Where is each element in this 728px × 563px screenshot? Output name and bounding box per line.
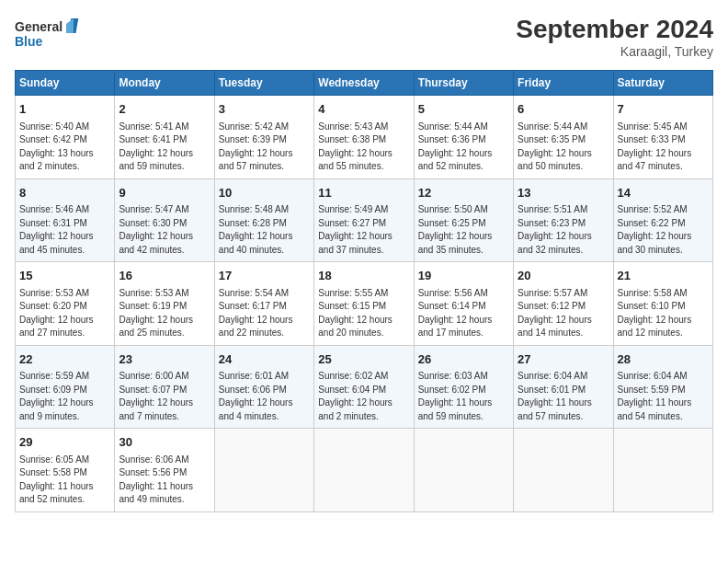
logo: General Blue	[15, 15, 79, 52]
day-info: Sunrise: 6:03 AMSunset: 6:02 PMDaylight:…	[418, 370, 509, 423]
day-cell: 14Sunrise: 5:52 AMSunset: 6:22 PMDayligh…	[613, 178, 712, 262]
day-number: 11	[318, 184, 409, 202]
weekday-header-saturday: Saturday	[613, 71, 712, 96]
day-number: 16	[119, 267, 210, 285]
page-header: General Blue September 2024 Karaagil, Tu…	[15, 15, 713, 59]
day-info: Sunrise: 5:48 AMSunset: 6:28 PMDaylight:…	[219, 203, 310, 257]
day-cell: 5Sunrise: 5:44 AMSunset: 6:36 PMDaylight…	[414, 96, 513, 179]
day-number: 13	[518, 184, 609, 202]
day-cell: 4Sunrise: 5:43 AMSunset: 6:38 PMDaylight…	[314, 96, 414, 179]
day-number: 8	[19, 184, 110, 202]
day-info: Sunrise: 5:51 AMSunset: 6:23 PMDaylight:…	[518, 203, 609, 257]
day-info: Sunrise: 5:58 AMSunset: 6:10 PMDaylight:…	[618, 287, 709, 340]
day-cell: 27Sunrise: 6:04 AMSunset: 6:01 PMDayligh…	[514, 345, 613, 429]
day-info: Sunrise: 5:53 AMSunset: 6:20 PMDaylight:…	[19, 287, 110, 340]
weekday-header-wednesday: Wednesday	[314, 71, 414, 96]
day-cell: 13Sunrise: 5:51 AMSunset: 6:23 PMDayligh…	[514, 178, 613, 262]
day-cell	[514, 429, 613, 512]
week-row-2: 8Sunrise: 5:46 AMSunset: 6:31 PMDaylight…	[16, 178, 713, 262]
day-number: 2	[119, 100, 210, 119]
svg-text:General: General	[15, 19, 63, 34]
day-cell: 30Sunrise: 6:06 AMSunset: 5:56 PMDayligh…	[115, 429, 214, 512]
weekday-header-sunday: Sunday	[16, 71, 115, 96]
week-row-1: 1Sunrise: 5:40 AMSunset: 6:42 PMDaylight…	[16, 96, 713, 179]
day-cell	[414, 429, 513, 512]
weekday-header-thursday: Thursday	[414, 71, 513, 96]
day-info: Sunrise: 5:49 AMSunset: 6:27 PMDaylight:…	[318, 203, 409, 257]
day-number: 3	[219, 100, 310, 119]
day-cell	[214, 429, 313, 512]
day-number: 27	[518, 350, 609, 369]
month-title: September 2024	[516, 15, 713, 44]
day-number: 25	[318, 350, 409, 369]
day-info: Sunrise: 5:55 AMSunset: 6:15 PMDaylight:…	[318, 287, 409, 340]
day-number: 18	[318, 267, 409, 285]
day-info: Sunrise: 5:53 AMSunset: 6:19 PMDaylight:…	[119, 287, 210, 340]
day-info: Sunrise: 5:43 AMSunset: 6:38 PMDaylight:…	[318, 121, 409, 174]
day-cell: 9Sunrise: 5:47 AMSunset: 6:30 PMDaylight…	[115, 178, 214, 262]
day-info: Sunrise: 5:42 AMSunset: 6:39 PMDaylight:…	[219, 121, 310, 174]
day-info: Sunrise: 5:44 AMSunset: 6:36 PMDaylight:…	[418, 121, 509, 174]
day-cell: 19Sunrise: 5:56 AMSunset: 6:14 PMDayligh…	[414, 262, 513, 346]
day-info: Sunrise: 5:56 AMSunset: 6:14 PMDaylight:…	[418, 287, 509, 340]
day-info: Sunrise: 5:57 AMSunset: 6:12 PMDaylight:…	[518, 287, 609, 340]
day-info: Sunrise: 6:06 AMSunset: 5:56 PMDaylight:…	[119, 454, 210, 507]
day-cell: 8Sunrise: 5:46 AMSunset: 6:31 PMDaylight…	[16, 178, 115, 262]
location-subtitle: Karaagil, Turkey	[516, 44, 713, 59]
day-cell: 1Sunrise: 5:40 AMSunset: 6:42 PMDaylight…	[16, 96, 115, 179]
day-number: 1	[19, 100, 110, 119]
day-number: 21	[618, 267, 709, 285]
day-info: Sunrise: 6:00 AMSunset: 6:07 PMDaylight:…	[119, 370, 210, 423]
day-cell: 7Sunrise: 5:45 AMSunset: 6:33 PMDaylight…	[613, 96, 712, 179]
day-info: Sunrise: 5:46 AMSunset: 6:31 PMDaylight:…	[19, 203, 110, 257]
day-number: 19	[418, 267, 509, 285]
day-info: Sunrise: 5:40 AMSunset: 6:42 PMDaylight:…	[19, 121, 110, 174]
day-cell: 3Sunrise: 5:42 AMSunset: 6:39 PMDaylight…	[214, 96, 313, 179]
day-number: 6	[518, 100, 609, 119]
svg-marker-3	[66, 18, 74, 33]
day-cell: 29Sunrise: 6:05 AMSunset: 5:58 PMDayligh…	[16, 429, 115, 512]
day-number: 28	[618, 350, 709, 369]
day-number: 17	[219, 267, 310, 285]
weekday-header-tuesday: Tuesday	[214, 71, 313, 96]
day-info: Sunrise: 5:41 AMSunset: 6:41 PMDaylight:…	[119, 121, 210, 174]
day-info: Sunrise: 6:01 AMSunset: 6:06 PMDaylight:…	[219, 370, 310, 423]
svg-text:Blue: Blue	[15, 34, 43, 49]
day-cell: 22Sunrise: 5:59 AMSunset: 6:09 PMDayligh…	[16, 345, 115, 429]
day-info: Sunrise: 5:44 AMSunset: 6:35 PMDaylight:…	[518, 121, 609, 174]
day-number: 4	[318, 100, 409, 119]
day-number: 20	[518, 267, 609, 285]
day-cell: 20Sunrise: 5:57 AMSunset: 6:12 PMDayligh…	[514, 262, 613, 346]
week-row-3: 15Sunrise: 5:53 AMSunset: 6:20 PMDayligh…	[16, 262, 713, 346]
day-cell	[314, 429, 414, 512]
day-info: Sunrise: 6:05 AMSunset: 5:58 PMDaylight:…	[19, 454, 110, 507]
day-cell: 16Sunrise: 5:53 AMSunset: 6:19 PMDayligh…	[115, 262, 214, 346]
day-number: 23	[119, 350, 210, 369]
day-number: 9	[119, 184, 210, 202]
day-number: 26	[418, 350, 509, 369]
weekday-header-friday: Friday	[514, 71, 613, 96]
weekday-header-monday: Monday	[115, 71, 214, 96]
day-number: 14	[618, 184, 709, 202]
day-cell: 26Sunrise: 6:03 AMSunset: 6:02 PMDayligh…	[414, 345, 513, 429]
day-info: Sunrise: 5:50 AMSunset: 6:25 PMDaylight:…	[418, 203, 509, 257]
day-number: 22	[19, 350, 110, 369]
weekday-header-row: SundayMondayTuesdayWednesdayThursdayFrid…	[16, 71, 713, 96]
day-info: Sunrise: 6:02 AMSunset: 6:04 PMDaylight:…	[318, 370, 409, 423]
day-cell: 24Sunrise: 6:01 AMSunset: 6:06 PMDayligh…	[214, 345, 313, 429]
day-cell: 18Sunrise: 5:55 AMSunset: 6:15 PMDayligh…	[314, 262, 414, 346]
day-number: 29	[19, 433, 110, 452]
week-row-4: 22Sunrise: 5:59 AMSunset: 6:09 PMDayligh…	[16, 345, 713, 429]
day-info: Sunrise: 5:59 AMSunset: 6:09 PMDaylight:…	[19, 370, 110, 423]
day-number: 30	[119, 433, 210, 452]
day-info: Sunrise: 5:45 AMSunset: 6:33 PMDaylight:…	[618, 121, 709, 174]
day-number: 24	[219, 350, 310, 369]
day-info: Sunrise: 6:04 AMSunset: 5:59 PMDaylight:…	[618, 370, 709, 423]
day-cell: 17Sunrise: 5:54 AMSunset: 6:17 PMDayligh…	[214, 262, 313, 346]
day-cell: 10Sunrise: 5:48 AMSunset: 6:28 PMDayligh…	[214, 178, 313, 262]
day-cell: 23Sunrise: 6:00 AMSunset: 6:07 PMDayligh…	[115, 345, 214, 429]
day-number: 5	[418, 100, 509, 119]
day-cell: 6Sunrise: 5:44 AMSunset: 6:35 PMDaylight…	[514, 96, 613, 179]
day-cell: 11Sunrise: 5:49 AMSunset: 6:27 PMDayligh…	[314, 178, 414, 262]
day-cell: 15Sunrise: 5:53 AMSunset: 6:20 PMDayligh…	[16, 262, 115, 346]
